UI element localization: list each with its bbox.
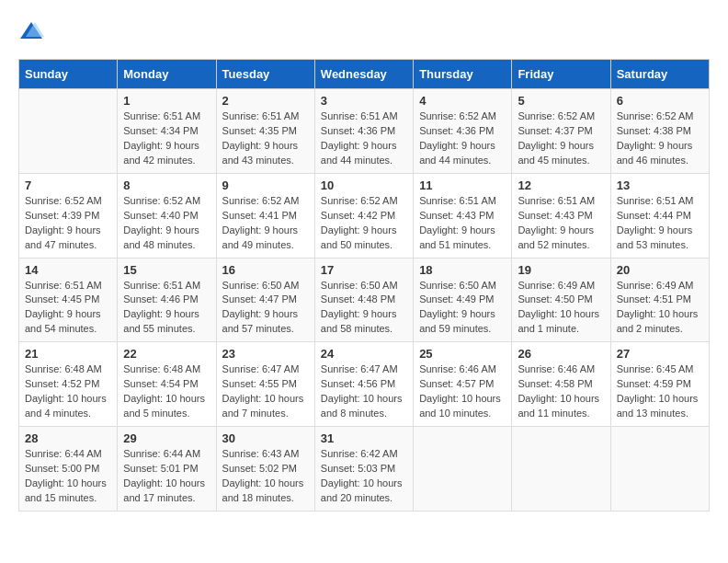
day-info: Sunrise: 6:52 AMSunset: 4:39 PMDaylight:… [25,194,111,253]
day-number: 25 [419,347,506,361]
header-day-thursday: Thursday [414,60,512,89]
day-info: Sunrise: 6:50 AMSunset: 4:49 PMDaylight:… [419,279,506,338]
day-info: Sunrise: 6:52 AMSunset: 4:42 PMDaylight:… [321,194,407,253]
day-info: Sunrise: 6:48 AMSunset: 4:52 PMDaylight:… [25,362,111,421]
header-day-sunday: Sunday [19,60,118,89]
day-info: Sunrise: 6:45 AMSunset: 4:59 PMDaylight:… [617,362,703,421]
day-number: 3 [321,94,407,108]
calendar-cell: 12 Sunrise: 6:51 AMSunset: 4:43 PMDaylig… [512,173,610,258]
page-header [18,18,710,44]
calendar-cell: 13 Sunrise: 6:51 AMSunset: 4:44 PMDaylig… [610,173,709,258]
calendar-cell: 26 Sunrise: 6:46 AMSunset: 4:58 PMDaylig… [512,342,610,427]
calendar-cell [610,427,709,511]
header-day-friday: Friday [512,60,610,89]
day-info: Sunrise: 6:51 AMSunset: 4:45 PMDaylight:… [25,279,111,338]
calendar-cell: 7 Sunrise: 6:52 AMSunset: 4:39 PMDayligh… [19,173,118,258]
day-number: 11 [419,178,506,192]
day-info: Sunrise: 6:51 AMSunset: 4:43 PMDaylight:… [518,194,604,253]
day-number: 31 [321,431,407,445]
day-number: 17 [321,263,407,277]
day-number: 10 [321,178,407,192]
day-number: 14 [25,263,111,277]
calendar-cell: 16 Sunrise: 6:50 AMSunset: 4:47 PMDaylig… [216,258,314,342]
day-info: Sunrise: 6:44 AMSunset: 5:01 PMDaylight:… [123,447,210,506]
day-info: Sunrise: 6:51 AMSunset: 4:35 PMDaylight:… [222,109,309,168]
day-info: Sunrise: 6:49 AMSunset: 4:50 PMDaylight:… [518,279,604,338]
calendar-cell: 11 Sunrise: 6:51 AMSunset: 4:43 PMDaylig… [414,173,512,258]
day-number: 2 [222,94,309,108]
day-info: Sunrise: 6:46 AMSunset: 4:57 PMDaylight:… [419,362,506,421]
day-number: 8 [123,178,210,192]
day-number: 13 [617,178,703,192]
calendar-cell: 8 Sunrise: 6:52 AMSunset: 4:40 PMDayligh… [118,173,216,258]
day-number: 22 [123,347,210,361]
day-info: Sunrise: 6:46 AMSunset: 4:58 PMDaylight:… [518,362,604,421]
calendar-table: SundayMondayTuesdayWednesdayThursdayFrid… [18,59,710,511]
day-number: 24 [321,347,407,361]
day-number: 20 [617,263,703,277]
day-number: 4 [419,94,506,108]
day-info: Sunrise: 6:48 AMSunset: 4:54 PMDaylight:… [123,362,210,421]
calendar-cell: 17 Sunrise: 6:50 AMSunset: 4:48 PMDaylig… [314,258,413,342]
calendar-cell: 24 Sunrise: 6:47 AMSunset: 4:56 PMDaylig… [314,342,413,427]
day-number: 26 [518,347,604,361]
calendar-cell: 27 Sunrise: 6:45 AMSunset: 4:59 PMDaylig… [610,342,709,427]
calendar-cell: 31 Sunrise: 6:42 AMSunset: 5:03 PMDaylig… [314,427,413,511]
day-info: Sunrise: 6:52 AMSunset: 4:37 PMDaylight:… [518,109,604,168]
day-info: Sunrise: 6:43 AMSunset: 5:02 PMDaylight:… [222,447,309,506]
calendar-week-2: 7 Sunrise: 6:52 AMSunset: 4:39 PMDayligh… [19,173,710,258]
calendar-cell: 30 Sunrise: 6:43 AMSunset: 5:02 PMDaylig… [216,427,314,511]
day-info: Sunrise: 6:51 AMSunset: 4:36 PMDaylight:… [321,109,407,168]
day-info: Sunrise: 6:51 AMSunset: 4:46 PMDaylight:… [123,279,210,338]
calendar-cell: 15 Sunrise: 6:51 AMSunset: 4:46 PMDaylig… [118,258,216,342]
header-day-tuesday: Tuesday [216,60,314,89]
calendar-week-3: 14 Sunrise: 6:51 AMSunset: 4:45 PMDaylig… [19,258,710,342]
day-number: 21 [25,347,111,361]
calendar-cell: 2 Sunrise: 6:51 AMSunset: 4:35 PMDayligh… [216,89,314,174]
day-number: 30 [222,431,309,445]
day-info: Sunrise: 6:47 AMSunset: 4:55 PMDaylight:… [222,362,309,421]
calendar-cell: 10 Sunrise: 6:52 AMSunset: 4:42 PMDaylig… [314,173,413,258]
calendar-cell: 5 Sunrise: 6:52 AMSunset: 4:37 PMDayligh… [512,89,610,174]
calendar-cell: 19 Sunrise: 6:49 AMSunset: 4:50 PMDaylig… [512,258,610,342]
day-info: Sunrise: 6:51 AMSunset: 4:43 PMDaylight:… [419,194,506,253]
calendar-week-1: 1 Sunrise: 6:51 AMSunset: 4:34 PMDayligh… [19,89,710,174]
day-info: Sunrise: 6:52 AMSunset: 4:41 PMDaylight:… [222,194,309,253]
day-info: Sunrise: 6:47 AMSunset: 4:56 PMDaylight:… [321,362,407,421]
header-day-saturday: Saturday [610,60,709,89]
day-info: Sunrise: 6:42 AMSunset: 5:03 PMDaylight:… [321,447,407,506]
calendar-cell: 18 Sunrise: 6:50 AMSunset: 4:49 PMDaylig… [414,258,512,342]
header-day-wednesday: Wednesday [314,60,413,89]
calendar-cell [512,427,610,511]
calendar-cell: 4 Sunrise: 6:52 AMSunset: 4:36 PMDayligh… [414,89,512,174]
calendar-cell: 29 Sunrise: 6:44 AMSunset: 5:01 PMDaylig… [118,427,216,511]
calendar-cell: 25 Sunrise: 6:46 AMSunset: 4:57 PMDaylig… [414,342,512,427]
calendar-cell: 28 Sunrise: 6:44 AMSunset: 5:00 PMDaylig… [19,427,118,511]
calendar-week-4: 21 Sunrise: 6:48 AMSunset: 4:52 PMDaylig… [19,342,710,427]
day-number: 18 [419,263,506,277]
day-info: Sunrise: 6:52 AMSunset: 4:38 PMDaylight:… [617,109,703,168]
day-number: 29 [123,431,210,445]
day-number: 12 [518,178,604,192]
calendar-week-5: 28 Sunrise: 6:44 AMSunset: 5:00 PMDaylig… [19,427,710,511]
day-info: Sunrise: 6:52 AMSunset: 4:40 PMDaylight:… [123,194,210,253]
calendar-header-row: SundayMondayTuesdayWednesdayThursdayFrid… [19,60,710,89]
day-info: Sunrise: 6:50 AMSunset: 4:48 PMDaylight:… [321,279,407,338]
day-info: Sunrise: 6:52 AMSunset: 4:36 PMDaylight:… [419,109,506,168]
day-number: 5 [518,94,604,108]
day-number: 23 [222,347,309,361]
calendar-cell [19,89,118,174]
calendar-cell: 21 Sunrise: 6:48 AMSunset: 4:52 PMDaylig… [19,342,118,427]
day-info: Sunrise: 6:51 AMSunset: 4:44 PMDaylight:… [617,194,703,253]
calendar-cell: 1 Sunrise: 6:51 AMSunset: 4:34 PMDayligh… [118,89,216,174]
day-number: 6 [617,94,703,108]
calendar-cell: 3 Sunrise: 6:51 AMSunset: 4:36 PMDayligh… [314,89,413,174]
day-info: Sunrise: 6:49 AMSunset: 4:51 PMDaylight:… [617,279,703,338]
day-number: 28 [25,431,111,445]
logo-icon [18,18,44,44]
day-number: 27 [617,347,703,361]
day-number: 16 [222,263,309,277]
calendar-cell: 23 Sunrise: 6:47 AMSunset: 4:55 PMDaylig… [216,342,314,427]
calendar-cell: 14 Sunrise: 6:51 AMSunset: 4:45 PMDaylig… [19,258,118,342]
day-number: 7 [25,178,111,192]
